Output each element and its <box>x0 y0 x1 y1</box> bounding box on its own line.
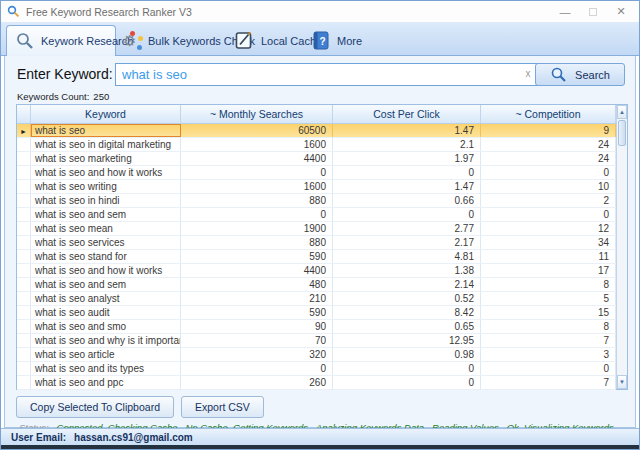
table-row[interactable]: ► what is seo and how it works 0 0 0 <box>17 166 616 180</box>
table-header: Keyword ~ Monthly Searches Cost Per Clic… <box>17 105 616 124</box>
tab-strip: Keywork Research ⚙ Bulk Keywords Check L… <box>1 22 639 56</box>
user-email-value: hassan.cs91@gmail.com <box>74 432 193 443</box>
cell-monthly-searches: 590 <box>181 306 333 319</box>
header-cost-per-click[interactable]: Cost Per Click <box>333 105 481 123</box>
cell-competition: 11 <box>481 250 616 263</box>
table-row[interactable]: ► what is seo writing 1600 1.47 10 <box>17 180 616 194</box>
cell-competition: 8 <box>481 320 616 333</box>
table-row[interactable]: ► what is seo and sem 480 2.14 8 <box>17 278 616 292</box>
maximize-button[interactable] <box>579 1 607 22</box>
table-row[interactable]: ► what is seo analyst 210 0.52 5 <box>17 292 616 306</box>
svg-text:?: ? <box>319 36 325 47</box>
cell-competition: 7 <box>481 376 616 389</box>
tab-label: Keywork Research <box>41 35 133 47</box>
keywords-count: Keywords Count:250 <box>17 91 109 102</box>
table-row[interactable]: ► what is seo and how it works 4400 1.38… <box>17 264 616 278</box>
cell-keyword: what is seo audit <box>31 306 181 319</box>
cell-cost-per-click: 2.17 <box>333 236 481 249</box>
row-selector: ► <box>17 166 31 179</box>
cell-keyword: what is seo services <box>31 236 181 249</box>
cell-competition: 5 <box>481 292 616 305</box>
cell-cost-per-click: 0 <box>333 208 481 221</box>
cell-competition: 0 <box>481 362 616 375</box>
table-row[interactable]: ► what is seo services 880 2.17 34 <box>17 236 616 250</box>
cell-keyword: what is seo stand for <box>31 250 181 263</box>
tab-local-cache[interactable]: Local Cache <box>235 25 322 56</box>
table-row[interactable]: ► what is seo and ppc 260 0 7 <box>17 376 616 390</box>
table-row[interactable]: ► what is seo and sem 0 0 0 <box>17 208 616 222</box>
row-selector: ► <box>17 278 31 291</box>
close-button[interactable]: ✕ <box>607 1 635 22</box>
cell-competition: 3 <box>481 348 616 361</box>
cell-keyword: what is seo marketing <box>31 152 181 165</box>
cell-monthly-searches: 1900 <box>181 222 333 235</box>
row-selector: ► <box>17 180 31 193</box>
vertical-scrollbar[interactable]: ▲ ▼ <box>616 105 627 389</box>
table-row[interactable]: ► what is seo audit 590 8.42 15 <box>17 306 616 320</box>
cell-cost-per-click: 0 <box>333 166 481 179</box>
cell-cost-per-click: 0.65 <box>333 320 481 333</box>
table-row[interactable]: ► what is seo 60500 1.47 9 <box>17 124 616 138</box>
header-competition[interactable]: ~ Competition <box>481 105 616 123</box>
scrollbar-track[interactable] <box>617 147 627 375</box>
cell-competition: 8 <box>481 278 616 291</box>
cell-monthly-searches: 1600 <box>181 180 333 193</box>
cell-keyword: what is seo analyst <box>31 292 181 305</box>
tab-more[interactable]: ? More <box>313 25 362 56</box>
keyword-input[interactable] <box>115 63 539 86</box>
clear-input-icon[interactable]: x <box>521 67 535 81</box>
table-row[interactable]: ► what is seo article 320 0.98 3 <box>17 348 616 362</box>
cell-cost-per-click: 2.14 <box>333 278 481 291</box>
table-row[interactable]: ► what is seo in hindi 880 0.66 2 <box>17 194 616 208</box>
scrollbar-thumb[interactable] <box>618 120 626 146</box>
cell-keyword: what is seo in digital marketing <box>31 138 181 151</box>
cell-cost-per-click: 12.95 <box>333 334 481 347</box>
minimize-button[interactable]: — <box>551 1 579 22</box>
row-selector: ► <box>17 236 31 249</box>
window-title: Free Keyword Research Ranker V3 <box>26 6 192 18</box>
search-icon <box>550 66 567 83</box>
cell-keyword: what is seo and how it works <box>31 166 181 179</box>
table-row[interactable]: ► what is seo marketing 4400 1.97 24 <box>17 152 616 166</box>
title-bar: Free Keyword Research Ranker V3 — ✕ <box>1 1 639 22</box>
table-row[interactable]: ► what is seo and its types 0 0 0 <box>17 362 616 376</box>
cell-cost-per-click: 0.98 <box>333 348 481 361</box>
cell-monthly-searches: 4400 <box>181 152 333 165</box>
cell-competition: 12 <box>481 222 616 235</box>
table-row[interactable]: ► what is seo in digital marketing 1600 … <box>17 138 616 152</box>
cell-cost-per-click: 4.81 <box>333 250 481 263</box>
header-monthly-searches[interactable]: ~ Monthly Searches <box>181 105 333 123</box>
row-selector: ► <box>17 320 31 333</box>
search-button[interactable]: Search <box>535 63 625 86</box>
row-selector: ► <box>17 208 31 221</box>
cell-competition: 7 <box>481 334 616 347</box>
cell-competition: 24 <box>481 152 616 165</box>
cell-keyword: what is seo and why is it important <box>31 334 181 347</box>
cell-keyword: what is seo and sem <box>31 208 181 221</box>
copy-selected-button[interactable]: Copy Selected To Clipboard <box>16 396 174 418</box>
table-row[interactable]: ► what is seo and why is it important 70… <box>17 334 616 348</box>
scroll-up-icon[interactable]: ▲ <box>617 105 627 119</box>
cell-monthly-searches: 70 <box>181 334 333 347</box>
row-selector: ► <box>17 194 31 207</box>
table-row[interactable]: ► what is seo stand for 590 4.81 11 <box>17 250 616 264</box>
cell-monthly-searches: 880 <box>181 236 333 249</box>
row-selector: ► <box>17 362 31 375</box>
cell-monthly-searches: 0 <box>181 208 333 221</box>
header-keyword[interactable]: Keyword <box>31 105 181 123</box>
tab-keyword-research[interactable]: Keywork Research <box>6 25 116 56</box>
keyword-research-panel: Enter Keyword: x Search Keywords Count:2… <box>4 56 636 428</box>
magnifier-icon <box>15 31 35 51</box>
cell-competition: 9 <box>481 124 616 137</box>
export-csv-button[interactable]: Export CSV <box>181 396 264 418</box>
table-row[interactable]: ► what is seo and smo 90 0.65 8 <box>17 320 616 334</box>
notepad-pencil-icon <box>235 31 254 50</box>
table-row[interactable]: ► what is seo mean 1900 2.77 12 <box>17 222 616 236</box>
row-selector: ► <box>17 250 31 263</box>
scroll-down-icon[interactable]: ▼ <box>617 375 627 389</box>
cell-cost-per-click: 2.1 <box>333 138 481 151</box>
cell-keyword: what is seo <box>31 124 181 137</box>
cell-keyword: what is seo article <box>31 348 181 361</box>
cell-monthly-searches: 210 <box>181 292 333 305</box>
row-selector: ► <box>17 306 31 319</box>
